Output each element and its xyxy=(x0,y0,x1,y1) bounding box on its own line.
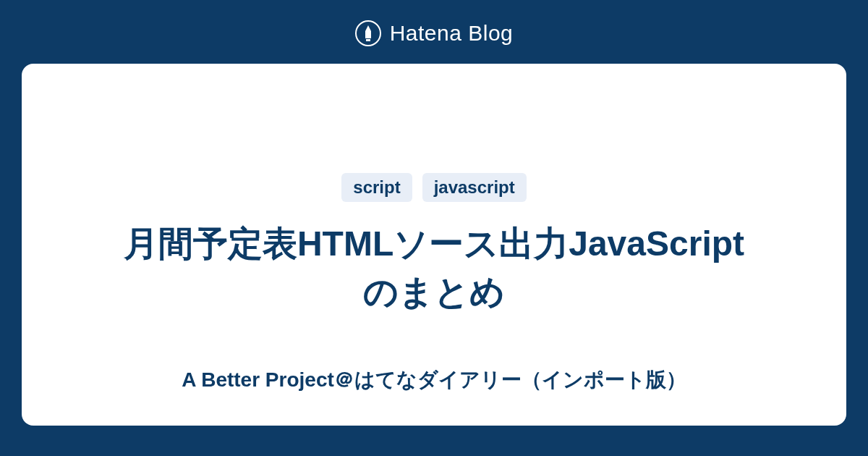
content-card: script javascript 月間予定表HTMLソース出力JavaScri… xyxy=(22,64,846,426)
brand-name: Hatena Blog xyxy=(390,21,514,46)
article-title: 月間予定表HTMLソース出力JavaScriptのまとめ xyxy=(109,219,760,316)
hatena-pen-icon xyxy=(355,20,381,46)
tag-list: script javascript xyxy=(341,173,526,202)
header: Hatena Blog xyxy=(355,0,514,64)
blog-name: A Better Project＠はてなダイアリー（インポート版） xyxy=(182,366,686,394)
tag-item: javascript xyxy=(422,173,527,202)
tag-item: script xyxy=(341,173,412,202)
